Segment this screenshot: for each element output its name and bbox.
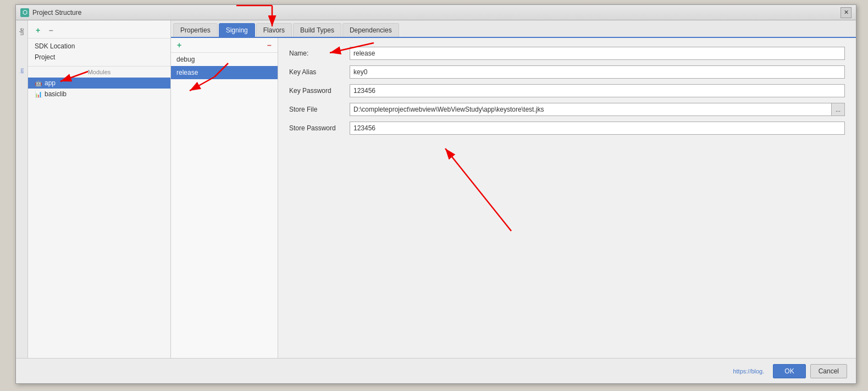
name-label: Name: (289, 49, 350, 57)
remove-module-button[interactable]: – (46, 25, 57, 36)
close-button[interactable]: ✕ (841, 7, 852, 18)
config-list-toolbar: + – (171, 38, 278, 53)
bottom-bar: https://blog. OK Cancel (16, 358, 856, 383)
config-item-debug[interactable]: debug (171, 53, 278, 66)
tabs-bar: Properties Signing Flavors Build Types D… (171, 20, 856, 38)
name-input[interactable] (350, 47, 845, 60)
title-bar-left: ⬡ Project Structure (20, 8, 81, 17)
app-module-icon: 🤖 (35, 80, 42, 87)
store-file-input-group: ... (350, 103, 845, 116)
window-title: Project Structure (32, 9, 81, 16)
config-item-release[interactable]: release (171, 66, 278, 79)
form-row-store-file: Store File ... (289, 103, 845, 116)
app-module-label: app (45, 79, 56, 87)
cancel-button[interactable]: Cancel (810, 364, 847, 378)
key-alias-input[interactable] (350, 65, 845, 79)
tab-build-types[interactable]: Build Types (293, 23, 341, 37)
store-password-label: Store Password (289, 124, 350, 132)
tab-dependencies[interactable]: Dependencies (342, 23, 399, 37)
store-file-input[interactable] (350, 103, 832, 116)
ok-button[interactable]: OK (773, 364, 805, 378)
basiclib-module-label: basiclib (45, 90, 67, 98)
store-file-label: Store File (289, 106, 350, 113)
key-password-input[interactable] (350, 84, 845, 97)
form-row-key-password: Key Password (289, 84, 845, 97)
key-password-label: Key Password (289, 87, 350, 95)
key-alias-label: Key Alias (289, 68, 350, 76)
sidebar: + – SDK Location Project Modules 🤖 app 📊… (28, 20, 171, 358)
tab-flavors[interactable]: Flavors (256, 23, 292, 37)
tab-properties[interactable]: Properties (173, 23, 218, 37)
sidebar-item-basiclib[interactable]: 📊 basiclib (28, 89, 170, 100)
add-config-button[interactable]: + (174, 40, 184, 50)
form-panel: Name: Key Alias Key Password (278, 38, 856, 358)
dialog-body: ule im + – SDK Location Project Modules … (16, 20, 856, 358)
sidebar-toolbar: + – (28, 23, 170, 38)
add-module-button[interactable]: + (32, 25, 43, 36)
left-strip-label: ule (19, 28, 25, 35)
tab-signing[interactable]: Signing (219, 23, 255, 37)
sidebar-item-sdk-location[interactable]: SDK Location (28, 41, 170, 52)
project-structure-dialog: ⬡ Project Structure ✕ ule im + – SDK Loc… (15, 4, 856, 384)
content-area: + – debug release Name: (171, 38, 856, 358)
modules-label: Modules (28, 66, 170, 78)
store-file-browse-button[interactable]: ... (832, 103, 845, 116)
form-row-store-password: Store Password (289, 122, 845, 135)
sidebar-static-items: SDK Location Project (28, 38, 170, 65)
remove-config-button[interactable]: – (264, 40, 274, 50)
title-bar: ⬡ Project Structure ✕ (16, 5, 856, 20)
config-list-panel: + – debug release (171, 38, 278, 358)
left-strip-label2: im (19, 68, 25, 74)
form-row-key-alias: Key Alias (289, 65, 845, 79)
basiclib-module-icon: 📊 (35, 91, 42, 98)
sidebar-item-project[interactable]: Project (28, 52, 170, 63)
form-row-name: Name: (289, 47, 845, 60)
left-strip: ule im (16, 20, 28, 358)
url-text: https://blog. (25, 368, 764, 375)
sidebar-item-app[interactable]: 🤖 app (28, 78, 170, 89)
app-icon: ⬡ (20, 8, 29, 17)
main-content: Properties Signing Flavors Build Types D… (171, 20, 856, 358)
config-list: debug release (171, 53, 278, 358)
store-password-input[interactable] (350, 122, 845, 135)
